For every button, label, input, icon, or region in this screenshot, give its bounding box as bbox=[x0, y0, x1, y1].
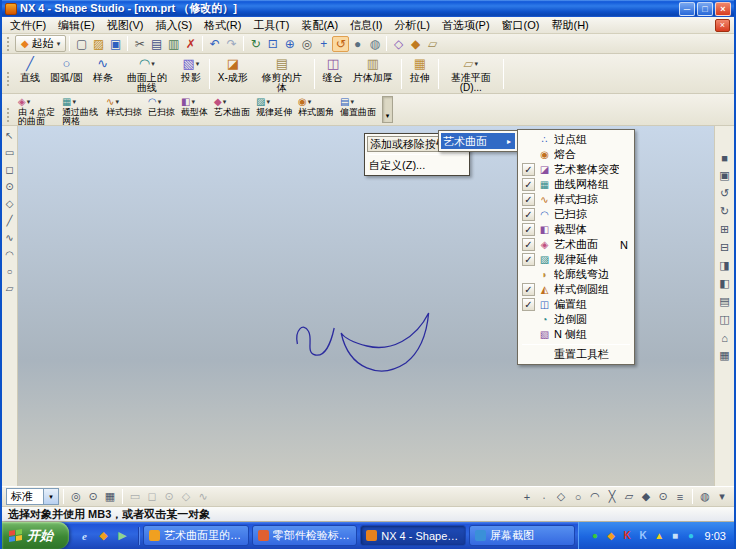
maximize-button[interactable]: □ bbox=[697, 2, 713, 16]
left-view-icon[interactable]: ◧ bbox=[717, 276, 733, 291]
dropdown-arrow-icon[interactable]: ▾ bbox=[266, 98, 270, 106]
snap-grid-icon[interactable]: ≡ bbox=[672, 489, 688, 504]
menu-item-window[interactable]: 窗口(O) bbox=[496, 17, 546, 34]
taskbar-task-3-active[interactable]: NX 4 - Shape Studio -... bbox=[360, 525, 466, 546]
isometric-view-icon[interactable]: ▤ bbox=[717, 294, 733, 309]
right-view-icon[interactable]: ◨ bbox=[717, 258, 733, 273]
selection-scope-combo[interactable]: 标准 ▾ bbox=[6, 488, 59, 505]
rotate-view-icon[interactable]: ↺ bbox=[717, 186, 733, 201]
datum-display-icon[interactable]: ▱ bbox=[424, 36, 441, 52]
snap-toggle-icon[interactable]: ◍ bbox=[697, 489, 713, 504]
line-tool[interactable]: ╱ 直线 bbox=[15, 54, 45, 84]
offset-surface-tool[interactable]: ▤▾ 偏置曲面 bbox=[337, 94, 379, 118]
menu-item-edit[interactable]: 编辑(E) bbox=[52, 17, 101, 34]
menu-item-preferences[interactable]: 首选项(P) bbox=[436, 17, 496, 34]
snap-point-on-surface-icon[interactable]: ⊙ bbox=[655, 489, 671, 504]
media-player-icon[interactable]: ▶ bbox=[115, 528, 130, 543]
shaded-mode-icon[interactable]: ▦ bbox=[717, 348, 733, 363]
toolbar-grip[interactable] bbox=[7, 108, 12, 122]
face-rule-icon[interactable]: ▭ bbox=[127, 489, 143, 504]
body-rule-icon[interactable]: ◻ bbox=[144, 489, 160, 504]
dropdown-arrow-icon[interactable]: ▾ bbox=[308, 98, 312, 106]
undo-icon[interactable]: ↶ bbox=[206, 36, 223, 52]
tray-icon-4[interactable]: K bbox=[637, 529, 650, 542]
isometric-view-icon[interactable]: ◇ bbox=[390, 36, 407, 52]
menu-item-help[interactable]: 帮助(H) bbox=[545, 17, 594, 34]
top-view-icon[interactable]: ⊟ bbox=[717, 240, 733, 255]
styled-blend-tool[interactable]: ◉▾ 样式圆角 bbox=[295, 94, 337, 118]
minimize-button[interactable]: ─ bbox=[679, 2, 695, 16]
start-button[interactable]: 开始 bbox=[2, 522, 69, 549]
menu-item-styled-sweep[interactable]: ✓ ∿ 样式扫掠 bbox=[520, 192, 632, 207]
arc-circle-tool[interactable]: ○ 圆弧/圆 bbox=[45, 54, 88, 84]
select-filter-icon[interactable]: ⊙ bbox=[85, 489, 101, 504]
dropdown-arrow-icon[interactable]: ▾ bbox=[151, 60, 155, 68]
menu-item-section-body[interactable]: ✓ ◧ 截型体 bbox=[520, 222, 632, 237]
menu-item-tools[interactable]: 工具(T) bbox=[247, 17, 295, 34]
menu-item-edge-blend[interactable]: ◔ 边倒圆 bbox=[520, 312, 632, 327]
circle-tool-icon[interactable]: ○ bbox=[3, 265, 16, 278]
tray-icon-1[interactable]: ● bbox=[589, 529, 602, 542]
sheet-tool-icon[interactable]: ▱ bbox=[3, 282, 16, 295]
menu-item-fuse[interactable]: ◉ 熔合 bbox=[520, 147, 632, 162]
open-icon[interactable]: ▨ bbox=[90, 36, 107, 52]
tray-icon-2[interactable]: ◆ bbox=[605, 529, 618, 542]
snap-arc-center-icon[interactable]: ○ bbox=[570, 489, 586, 504]
plane-tool-icon[interactable]: ◇ bbox=[3, 197, 16, 210]
copy-icon[interactable]: ▤ bbox=[148, 36, 165, 52]
spline-tool[interactable]: ∿ 样条 bbox=[88, 54, 118, 84]
taskbar-task-1[interactable]: 艺术曲面里的9N-N... bbox=[143, 525, 249, 546]
snap-control-point-icon[interactable]: ◇ bbox=[553, 489, 569, 504]
fit-view-icon[interactable]: ⊡ bbox=[264, 36, 281, 52]
studio-surface-tool[interactable]: ◆▾ 艺术曲面 bbox=[211, 94, 253, 118]
datum-plane-tool[interactable]: ▱▾ 基准平面(D)... bbox=[442, 54, 500, 94]
datum-tool-icon[interactable]: ⊙ bbox=[3, 180, 16, 193]
tray-icon-7[interactable]: ● bbox=[685, 529, 698, 542]
save-icon[interactable]: ▣ bbox=[107, 36, 124, 52]
snap-point-icon[interactable]: ◆ bbox=[407, 36, 424, 52]
edge-rule-icon[interactable]: ⊙ bbox=[161, 489, 177, 504]
dropdown-arrow-icon[interactable]: ▾ bbox=[196, 60, 200, 68]
new-part-icon[interactable]: ▢ bbox=[73, 36, 90, 52]
menu-item-studio-global-morph-group[interactable]: ✓ ◪ 艺术整体突变组 bbox=[520, 162, 632, 177]
tray-icon-5[interactable]: ▲ bbox=[653, 529, 666, 542]
swept-tool[interactable]: ◠▾ 已扫掠 bbox=[145, 94, 178, 118]
selection-arrow-icon[interactable]: ↖ bbox=[3, 129, 16, 142]
zoom-in-icon[interactable]: ⊕ bbox=[281, 36, 298, 52]
dropdown-arrow-icon[interactable]: ▾ bbox=[158, 98, 162, 106]
zoom-icon[interactable]: ◎ bbox=[298, 36, 315, 52]
x-form-tool[interactable]: ◪ X-成形 bbox=[213, 54, 253, 84]
snap-intersection-icon[interactable]: ╳ bbox=[604, 489, 620, 504]
trimmed-sheet-tool[interactable]: ▤ 修剪的片体 bbox=[253, 54, 311, 94]
pan-icon[interactable]: + bbox=[315, 36, 332, 52]
rotate-icon[interactable]: ↺ bbox=[332, 36, 349, 52]
project-tool[interactable]: ▧▾ 投影 bbox=[176, 54, 206, 84]
combo-dropdown-icon[interactable]: ▾ bbox=[43, 489, 58, 504]
menu-item-styled-blend-group[interactable]: ✓ ◭ 样式倒圆组 bbox=[520, 282, 632, 297]
wireframe-view-icon[interactable]: ◍ bbox=[366, 36, 383, 52]
menu-item-view[interactable]: 视图(V) bbox=[101, 17, 150, 34]
home-view-icon[interactable]: ⌂ bbox=[717, 330, 733, 345]
general-filter-icon[interactable]: ▦ bbox=[102, 489, 118, 504]
refresh-icon[interactable]: ↻ bbox=[247, 36, 264, 52]
toolbar-grip[interactable] bbox=[7, 37, 12, 51]
magnify-icon[interactable]: ◎ bbox=[68, 489, 84, 504]
extrude-tool[interactable]: ▦ 拉伸 bbox=[405, 54, 435, 84]
dropdown-arrow-icon[interactable]: ▾ bbox=[350, 98, 354, 106]
cut-icon[interactable]: ✂ bbox=[131, 36, 148, 52]
arc-tool-icon[interactable]: ◠ bbox=[3, 248, 16, 261]
menu-item-swept[interactable]: ✓ ◠ 已扫掠 bbox=[520, 207, 632, 222]
start-menu-button[interactable]: ◆ 起始 ▾ bbox=[15, 35, 66, 52]
chain-curves-icon[interactable]: ∿ bbox=[195, 489, 211, 504]
tray-icon-6[interactable]: ■ bbox=[669, 529, 682, 542]
pan-view-icon[interactable]: ↻ bbox=[717, 204, 733, 219]
menu-item-law-extension[interactable]: ✓ ▨ 规律延伸 bbox=[520, 252, 632, 267]
menu-item-n-sided-group[interactable]: ▧ N 侧组 bbox=[520, 327, 632, 342]
section-body-tool[interactable]: ◧▾ 截型体 bbox=[178, 94, 211, 118]
snap-point-on-curve-icon[interactable]: ◆ bbox=[638, 489, 654, 504]
taskbar-task-2[interactable]: 零部件检验标准培... bbox=[252, 525, 358, 546]
snap-quadrant-icon[interactable]: ◠ bbox=[587, 489, 603, 504]
line-tool-icon[interactable]: ╱ bbox=[3, 214, 16, 227]
menu-item-format[interactable]: 格式(R) bbox=[198, 17, 247, 34]
menu-item-insert[interactable]: 插入(S) bbox=[149, 17, 198, 34]
